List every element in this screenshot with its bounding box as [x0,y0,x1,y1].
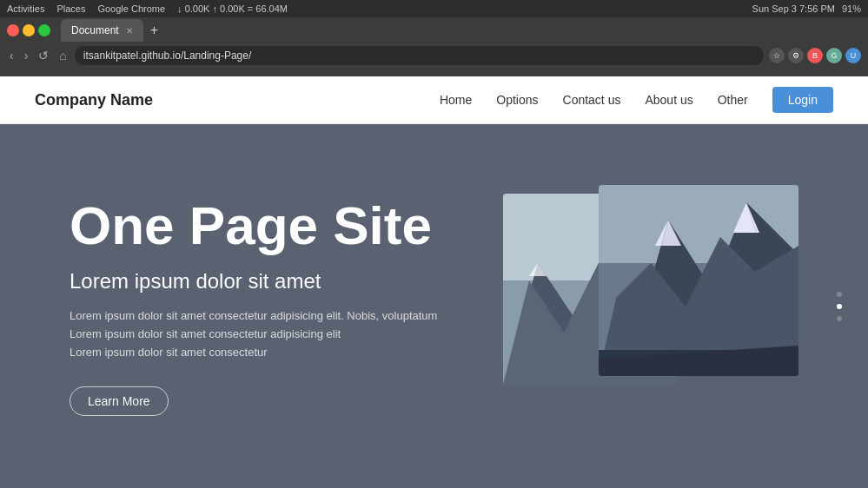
taskbar-activities[interactable]: Activities [7,3,44,14]
nav-options-link[interactable]: Options [496,93,538,107]
tab-bar: Document ✕ + [0,17,868,43]
hero-desc-line3: Lorem ipsum dolor sit amet consectetur [70,344,503,362]
carousel-dots [837,292,842,321]
hero-subtitle: Lorem ipsum dolor sit amet [70,269,503,293]
dot-1[interactable] [837,292,842,297]
nav-about-link[interactable]: About us [645,93,692,107]
taskbar-right: Sun Sep 3 7:56 PM 91% [752,3,861,14]
dot-2[interactable] [837,304,842,309]
window-close-button[interactable] [7,24,19,36]
os-taskbar: Activities Places Google Chrome ↓ 0.00K … [0,0,868,17]
nav-contact-link[interactable]: Contact us [563,93,621,107]
login-button[interactable]: Login [772,87,833,113]
tab-label: Document [71,24,119,36]
browser-forward-button[interactable]: › [22,49,31,63]
extension-icon-1[interactable]: ☆ [769,48,785,63]
hero-image-front [599,185,798,376]
browser-extension-icons: ☆ ⚙ B G U [769,48,861,63]
browser-home-button[interactable]: ⌂ [56,49,69,63]
nav-home-link[interactable]: Home [440,93,472,107]
browser-reload-button[interactable]: ↺ [36,49,51,63]
site-logo: Company Name [35,91,153,109]
taskbar-left: Activities Places Google Chrome ↓ 0.00K … [7,3,288,14]
hero-section: One Page Site Lorem ipsum dolor sit amet… [0,124,868,488]
taskbar-places[interactable]: Places [56,3,85,14]
browser-chrome: Document ✕ + ‹ › ↺ ⌂ ☆ ⚙ B G U [0,17,868,76]
window-maximize-button[interactable] [38,24,50,36]
taskbar-battery: 91% [842,3,861,14]
site-nav-links: Home Options Contact us About us Other L… [440,87,833,113]
learn-more-button[interactable]: Learn More [70,386,169,416]
hero-title: One Page Site [70,196,503,255]
dot-3[interactable] [837,316,842,321]
window-minimize-button[interactable] [23,24,35,36]
browser-back-button[interactable]: ‹ [7,49,17,63]
extension-icon-4[interactable]: G [826,48,842,63]
browser-tab-active[interactable]: Document ✕ [61,19,143,42]
url-bar[interactable] [75,46,764,65]
hero-images [503,185,798,428]
hero-text-block: One Page Site Lorem ipsum dolor sit amet… [70,196,503,416]
extension-icon-2[interactable]: ⚙ [788,48,804,63]
taskbar-network: ↓ 0.00K ↑ 0.00K = 66.04M [177,3,288,14]
user-profile-icon[interactable]: U [845,48,861,63]
hero-description: Lorem ipsum dolor sit amet consectetur a… [70,307,503,361]
hero-desc-line2: Lorem ipsum dolor sit amet consectetur a… [70,326,503,344]
website-content: Company Name Home Options Contact us Abo… [0,76,868,488]
tab-close-button[interactable]: ✕ [126,26,133,36]
hero-desc-line1: Lorem ipsum dolor sit amet consectetur a… [70,307,503,326]
extension-icon-3[interactable]: B [807,48,823,63]
address-bar: ‹ › ↺ ⌂ ☆ ⚙ B G U [0,43,868,68]
taskbar-datetime: Sun Sep 3 7:56 PM [752,3,835,14]
taskbar-chrome[interactable]: Google Chrome [97,3,165,14]
site-navbar: Company Name Home Options Contact us Abo… [0,76,868,124]
new-tab-button[interactable]: + [147,23,162,38]
nav-other-link[interactable]: Other [718,93,748,107]
